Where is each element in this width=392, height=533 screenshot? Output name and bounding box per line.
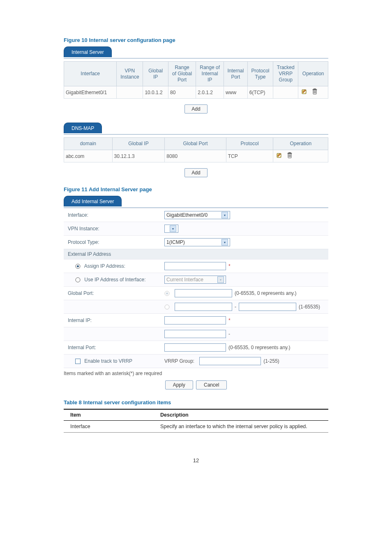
chevron-down-icon: ▾ [217,276,224,283]
svg-point-16 [76,278,80,282]
vrrp-group-input[interactable] [199,357,261,365]
tab-divider [64,58,328,59]
internal-ip-input-2[interactable] [164,330,226,338]
gport-input-2a[interactable] [175,303,232,311]
cell-vpn [117,86,143,99]
gport-input-2b[interactable] [239,303,296,311]
cell-gip: 30.12.1.3 [112,150,165,162]
tab-dns-map[interactable]: DNS-MAP [64,123,102,133]
table8-caption: Table 8 Internal server configuration it… [64,399,328,406]
use-if-ip-radio[interactable] [75,277,81,283]
config-items-table: Item Description Interface Specify an in… [64,409,328,433]
required-star: * [228,263,231,269]
tab-add-internal-server[interactable]: Add Internal Server [64,196,122,206]
cell-interface: GigabitEthernet0/1 [64,86,117,99]
iport-label: Internal Port: [68,345,164,350]
use-if-ip-text: Use IP Address of Interface: [84,277,145,283]
vpn-select[interactable]: ▾ [164,225,178,233]
range-dash: - [235,304,236,310]
table-row: abc.com 30.12.1.3 8080 TCP [64,150,328,162]
chevron-down-icon: ▾ [170,225,176,232]
assign-ip-input[interactable] [164,262,226,270]
assign-ip-text: Assign IP Address: [84,263,126,269]
cell-proto: 6(TCP) [247,86,273,99]
svg-rect-10 [289,152,291,153]
dns-map-tab: DNS-MAP [64,123,328,133]
svg-point-19 [165,305,169,309]
external-ip-heading: External IP Address [64,249,328,259]
tab-internal-server[interactable]: Internal Server [64,46,112,57]
gport-input-1[interactable] [175,289,232,297]
apply-button[interactable]: Apply [165,380,193,389]
internal-server-tab: Internal Server [64,46,328,57]
col-operation: Operation [298,62,328,86]
svg-rect-3 [314,88,316,89]
col-range-internal-ip: Range of Internal IP [196,62,224,86]
gport-label: Global Port: [68,290,164,296]
table-row: GigabitEthernet0/1 10.0.1.2 80 2.0.1.2 w… [64,86,328,99]
cell-desc: Specify an interface to which the intern… [154,421,328,433]
internal-port-input[interactable] [164,343,226,352]
gport-hint-1: (0-65535, 0 represents any.) [235,290,297,296]
protocol-select[interactable]: 1(ICMP) ▾ [164,238,230,246]
add-button[interactable]: Add [184,104,207,114]
add-internal-server-form: Interface: GigabitEthernet0/0 ▾ VPN Inst… [64,208,328,368]
col-operation: Operation [273,138,328,150]
vrrp-enable-label: Enable track to VRRP [68,358,164,364]
chevron-down-icon: ▾ [221,239,228,246]
col-internal-port: Internal Port [224,62,248,86]
cancel-button[interactable]: Cancel [196,380,227,389]
trash-icon[interactable] [312,88,318,96]
col-domain: domain [64,138,113,150]
gport-radio-1[interactable] [164,291,170,296]
vrrp-hint: (1-255) [263,358,279,364]
cell-gport: 8080 [165,150,226,162]
chevron-down-icon: ▾ [221,212,228,218]
col-protocol: Protocol [226,138,273,150]
cell-gip: 10.0.1.2 [143,86,168,99]
vrrp-group-label: VRRP Group: [164,358,194,364]
col-range-global-port: Range of Global Port [168,62,196,86]
range-dash: - [228,331,230,337]
col-global-ip: Global IP [143,62,168,86]
page-number: 12 [64,457,328,463]
proto-label: Protocol Type: [68,239,164,245]
tab-divider [64,134,328,135]
col-interface: Interface [64,62,117,86]
iport-hint: (0-65535, 0 represents any.) [228,345,291,350]
add-internal-server-tab: Add Internal Server [64,196,328,206]
col-item: Item [64,409,154,421]
interface-select[interactable]: GigabitEthernet0/0 ▾ [164,211,230,219]
col-global-ip: Global IP [112,138,165,150]
interface-value: GigabitEthernet0/0 [166,212,220,218]
col-vpn: VPN Instance [117,62,143,86]
cell-iport: www [224,86,248,99]
gport-radio-2[interactable] [164,304,170,310]
vrrp-enable-checkbox[interactable] [75,359,81,364]
edit-icon[interactable] [301,88,308,96]
col-protocol-type: Protocol Type [247,62,273,86]
gport-hint-2: (1-65535) [299,304,320,310]
svg-point-18 [166,292,168,294]
trash-icon[interactable] [287,152,293,160]
table-row: Interface Specify an interface to which … [64,421,328,433]
edit-icon[interactable] [276,152,283,160]
use-if-ip-value: Current Interface [166,277,216,283]
cell-riip: 2.0.1.2 [196,86,224,99]
col-description: Description [154,409,328,421]
cell-item: Interface [64,421,154,433]
svg-point-15 [77,265,79,267]
internal-server-table: Interface VPN Instance Global IP Range o… [64,61,328,99]
assign-ip-radio[interactable] [75,264,81,269]
col-tracked-vrrp: Tracked VRRP Group [273,62,298,86]
svg-rect-20 [76,359,81,364]
vpn-label: VPN Instance: [68,226,164,232]
col-global-port: Global Port [165,138,226,150]
internal-ip-input[interactable] [164,316,226,324]
cell-proto: TCP [226,150,273,162]
use-if-ip-label: Use IP Address of Interface: [68,277,164,283]
cell-rgport: 80 [168,86,196,99]
form-required-note: Items marked with an asterisk(*) are req… [64,368,328,377]
add-button-dns[interactable]: Add [184,168,207,177]
cell-vrrp [273,86,298,99]
